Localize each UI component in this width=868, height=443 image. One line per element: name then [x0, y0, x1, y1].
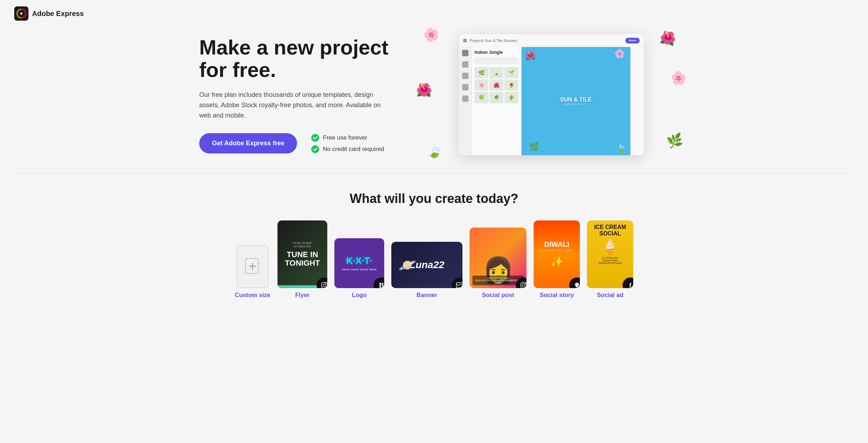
floral-decoration-tl: 🌸 — [421, 25, 441, 45]
banner-card: 🪐 Luna22 — [391, 242, 462, 288]
canvas-deco-2: 🌸 — [614, 49, 625, 59]
create-item-logo[interactable]: K·X·T· Kieran Xavier Tanner Music B Logo — [334, 238, 384, 299]
ad-content: ICE CREAMSOCIAL 🍦 11 FROM 2PMScoops Parl… — [587, 220, 633, 288]
canvas-deco-3: 🌿 — [529, 142, 539, 152]
svg-rect-12 — [521, 282, 526, 288]
app-preview-bar: Projects Sun & Tile Nursery Share — [459, 34, 644, 47]
checklist: Free use forever No credit card required — [311, 134, 384, 153]
hero-right: 🌸 🌺 🍃 🌿 🌺 🌸 Projects Sun & Tile Nursery … — [434, 34, 669, 155]
divider — [14, 173, 854, 173]
story-emoji: ✨ — [550, 255, 563, 268]
svg-rect-4 — [463, 39, 467, 42]
svg-point-2 — [311, 134, 319, 142]
social-ad-card: ICE CREAMSOCIAL 🍦 11 FROM 2PMScoops Parl… — [587, 220, 633, 288]
social-post-label: Social post — [482, 292, 514, 299]
create-item-flyer[interactable]: 10 pm tonight,on tiktok live TUNE INTONI… — [277, 220, 327, 299]
floral-decoration-mr: 🌸 — [671, 71, 687, 85]
logo-card-sub: Kieran Xavier Tanner Music — [342, 268, 377, 271]
svg-point-13 — [522, 284, 525, 287]
panel-title: Indoor Jungle — [475, 50, 518, 55]
create-item-banner[interactable]: 🪐 Luna22 Banner — [391, 242, 462, 299]
flyer-label: Flyer — [295, 292, 310, 299]
create-section-title: What will you create today? — [192, 191, 676, 206]
hero-cta-row: Get Adobe Express free Free use forever … — [199, 133, 420, 153]
flyer-card: 10 pm tonight,on tiktok live TUNE INTONI… — [277, 220, 327, 288]
logo-text: Adobe Express — [32, 10, 84, 18]
canvas-sub-text: NURSERY — [560, 103, 592, 106]
svg-point-9 — [323, 284, 326, 287]
create-item-social-story[interactable]: DIWALI FESTIVAL OF LIGHT ✨ Social story — [534, 220, 580, 299]
panel-grid: 🌿 🍃 🌱 🌸 🌺 🌻 🍀 🌴 🌵 — [475, 67, 518, 103]
panel-item: 🍀 — [475, 92, 488, 103]
story-subtitle: FESTIVAL OF LIGHT — [539, 249, 575, 252]
social-post-img: 👩 Carla's Beauty SalonSIGN UP FOR OUR NE… — [470, 228, 526, 288]
create-grid: Custom size 10 pm tonight,on tiktok live… — [192, 220, 676, 299]
app-preview-body: Indoor Jungle 🌿 🍃 🌱 🌸 🌺 🌻 🍀 🌴 🌵 — [459, 47, 644, 155]
panel-item: 🌿 — [475, 67, 488, 78]
ad-title: ICE CREAMSOCIAL — [594, 224, 626, 236]
adobe-express-logo-icon — [14, 6, 28, 21]
panel-item: 🌴 — [489, 92, 503, 103]
panel-item: 🌵 — [504, 92, 518, 103]
floral-decoration-bl: 🍃 — [426, 142, 444, 160]
logo-card-text: K·X·T· — [346, 255, 372, 266]
app-preview: Projects Sun & Tile Nursery Share Indoo — [459, 34, 644, 155]
hero-title: Make a new project for free. — [199, 36, 420, 82]
panel-item: 🌻 — [504, 79, 518, 91]
canvas-deco-1: 🌺 — [525, 51, 536, 61]
social-post-card: 👩 Carla's Beauty SalonSIGN UP FOR OUR NE… — [470, 228, 526, 288]
app-right-panel — [630, 47, 644, 155]
custom-size-card — [237, 245, 269, 288]
check-item-2: No credit card required — [311, 145, 384, 153]
hero-left: Make a new project for free. Our free pl… — [199, 36, 420, 154]
check-item-1: Free use forever — [311, 134, 384, 142]
story-content: DIWALI FESTIVAL OF LIGHT ✨ — [534, 220, 580, 288]
panel-item: 🌱 — [504, 67, 518, 78]
logo-card-wrap: K·X·T· Kieran Xavier Tanner Music B — [334, 238, 384, 288]
panel-search — [475, 57, 518, 64]
svg-point-14 — [525, 283, 525, 284]
canvas-deco-4: 🍃 — [616, 144, 627, 153]
create-item-social-ad[interactable]: ICE CREAMSOCIAL 🍦 11 FROM 2PMScoops Parl… — [587, 220, 633, 299]
social-ad-label: Social ad — [597, 292, 624, 299]
projects-icon — [463, 39, 467, 42]
panel-item: 🍃 — [489, 67, 503, 78]
ad-details: 11 FROM 2PMScoops ParlorNeighborhood Soc… — [599, 257, 622, 264]
app-panel: Indoor Jungle 🌿 🍃 🌱 🌸 🌺 🌻 🍀 🌴 🌵 — [472, 47, 522, 155]
logo-label: Logo — [352, 292, 367, 299]
svg-point-10 — [326, 283, 326, 284]
hero-description: Our free plan includes thousands of uniq… — [199, 90, 391, 120]
banner-inner: 🪐 Luna22 — [391, 242, 462, 288]
create-item-social-post[interactable]: 👩 Carla's Beauty SalonSIGN UP FOR OUR NE… — [470, 228, 526, 299]
hero-section: Make a new project for free. Our free pl… — [178, 27, 690, 170]
svg-rect-8 — [322, 282, 327, 288]
panel-item: 🌸 — [475, 79, 488, 91]
svg-point-3 — [311, 145, 319, 153]
check-icon-2 — [311, 145, 319, 153]
floral-decoration-br: 🌿 — [666, 132, 684, 149]
custom-size-icon — [245, 258, 260, 276]
app-canvas: 🌺 🌸 🌿 🍃 SUN & TILE NURSERY — [522, 47, 630, 155]
create-section: What will you create today? Custom size … — [178, 177, 690, 320]
flyer-main-text: TUNE INTONIGHT — [285, 250, 320, 267]
social-story-label: Social story — [540, 292, 574, 299]
get-adobe-express-button[interactable]: Get Adobe Express free — [199, 133, 297, 153]
check-label-1: Free use forever — [323, 134, 367, 141]
header: Adobe Express — [0, 0, 868, 27]
ad-icon: 🍦 — [601, 239, 619, 255]
create-item-custom-size[interactable]: Custom size — [235, 245, 270, 299]
story-title: DIWALI — [544, 241, 569, 248]
check-label-2: No credit card required — [323, 146, 384, 153]
custom-size-label: Custom size — [235, 292, 270, 299]
banner-planet: 🪐 — [398, 257, 416, 273]
flyer-inner: 10 pm tonight,on tiktok live TUNE INTONI… — [277, 220, 327, 288]
check-icon-1 — [311, 134, 319, 142]
breadcrumb-text: Projects Sun & Tile Nursery — [470, 38, 518, 43]
app-sidebar — [459, 47, 472, 155]
floral-decoration-tr: 🌺 — [658, 29, 677, 47]
svg-point-1 — [20, 12, 22, 15]
canvas-text: SUN & TILE NURSERY — [560, 97, 592, 106]
social-story-card: DIWALI FESTIVAL OF LIGHT ✨ — [534, 220, 580, 288]
banner-label: Banner — [417, 292, 438, 299]
panel-item: 🌺 — [489, 79, 503, 91]
